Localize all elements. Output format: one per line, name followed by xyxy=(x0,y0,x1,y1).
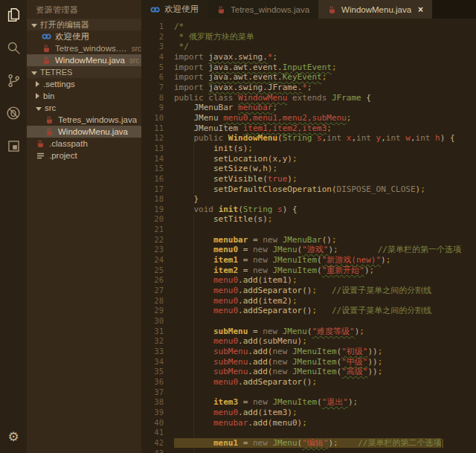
code-line-12[interactable]: 12 public WindowMenu(String s,int x,int … xyxy=(141,133,476,144)
item-label: 欢迎使用 xyxy=(55,31,89,42)
code-line-4[interactable]: 4import javax.swing.*; xyxy=(141,52,476,62)
tree-item-.classpath[interactable]: .classpath xyxy=(27,138,141,150)
code-line-41[interactable]: 41 xyxy=(141,428,476,438)
code-line-18[interactable]: 18 } xyxy=(141,194,476,205)
line-number: 15 xyxy=(141,164,164,174)
indent-guide xyxy=(193,388,194,398)
line-number: 8 xyxy=(141,93,164,103)
code-line-19[interactable]: 19 void init(String s) { xyxy=(141,205,476,215)
indent-guide xyxy=(193,428,194,438)
code-line-3[interactable]: 3 */ xyxy=(141,42,476,52)
code-line-10[interactable]: 10 JMenu menu0,menu1,menu2,subMenu; xyxy=(141,113,476,123)
close-icon[interactable]: × xyxy=(418,4,423,15)
line-content: menu0.addSeparator(); //设置子菜单之间的分割线 xyxy=(164,306,431,316)
line-number: 35 xyxy=(141,367,164,377)
debug-icon xyxy=(5,105,22,124)
line-content: setVisible(true); xyxy=(164,174,298,184)
line-number: 14 xyxy=(141,154,164,164)
line-content xyxy=(164,316,174,327)
code-line-40[interactable]: 40 menubar.add(menu0); xyxy=(141,418,476,428)
code-line-23[interactable]: 23 menu0 = new JMenu("游戏"); //菜单栏的第一个选项 xyxy=(141,245,476,255)
extensions-icon xyxy=(6,138,22,157)
line-content: menu0.addSeparator(); //设置子菜单之间的分割线 xyxy=(164,286,431,296)
open-editor-Tetres_windows.java[interactable]: Tetres_windows.javasrc xyxy=(27,42,141,54)
open-editors-header[interactable]: 打开的编辑器 xyxy=(27,19,141,30)
tab-欢迎使用[interactable]: 欢迎使用 xyxy=(141,0,208,19)
line-content: JMenu menu0,menu1,menu2,subMenu; xyxy=(164,113,351,123)
code-line-20[interactable]: 20 setTitle(s); xyxy=(141,214,476,225)
tree-item-src[interactable]: src xyxy=(27,102,141,114)
project-root-header[interactable]: TETRES xyxy=(27,66,141,78)
activity-bar-item-explorer[interactable] xyxy=(0,0,27,33)
code-line-39[interactable]: 39 menu0.add(item3); xyxy=(141,408,476,418)
line-content: menu0.add(subMenu); xyxy=(164,336,307,347)
line-number: 9 xyxy=(141,103,164,113)
tree-item-Tetres_windows.java[interactable]: Tetres_windows.java xyxy=(27,114,141,126)
activity-bar-item-debug[interactable] xyxy=(0,98,27,131)
code-line-14[interactable]: 14 setLocation(x,y); xyxy=(141,154,476,164)
code-line-32[interactable]: 32 menu0.add(subMenu); xyxy=(141,336,476,347)
vscode-file-icon xyxy=(150,5,160,14)
line-content: menu0.addSeparator(); xyxy=(164,377,317,388)
code-line-29[interactable]: 29 menu0.addSeparator(); //设置子菜单之间的分割线 xyxy=(141,306,476,316)
tab-WindowMenu.java[interactable]: WindowMenu.java× xyxy=(318,0,432,19)
indent-guide xyxy=(193,225,194,235)
code-line-7[interactable]: 7import javax.swing.JFrame.*; xyxy=(141,83,476,93)
code-line-38[interactable]: 38 item3 = new JMenuItem("退出"); xyxy=(141,397,476,408)
code-line-30[interactable]: 30 xyxy=(141,316,476,327)
code-line-9[interactable]: 9 JMenuBar menubar; xyxy=(141,103,476,113)
tab-bar: 欢迎使用Tetres_windows.javaWindowMenu.java× xyxy=(141,0,476,19)
java-file-icon xyxy=(216,5,226,14)
code-line-22[interactable]: 22 menubar = new JMenuBar(); xyxy=(141,235,476,245)
code-line-13[interactable]: 13 init(s); xyxy=(141,144,476,154)
code-line-8[interactable]: 8public class WindowMenu extends JFrame … xyxy=(141,93,476,103)
line-number: 18 xyxy=(141,194,164,205)
line-number: 36 xyxy=(141,377,164,388)
activity-bar-item-source-control[interactable] xyxy=(0,65,27,98)
tree-item-.settings[interactable]: .settings xyxy=(27,78,141,90)
tab-Tetres_windows.java[interactable]: Tetres_windows.java xyxy=(208,0,318,19)
activity-bar-item-search[interactable] xyxy=(0,33,27,65)
code-line-36[interactable]: 36 menu0.addSeparator(); xyxy=(141,377,476,388)
chevron-right-icon xyxy=(36,81,39,87)
line-content xyxy=(164,449,174,453)
code-line-17[interactable]: 17 setDefaultCloseOperation(DISPOSE_ON_C… xyxy=(141,184,476,195)
code-line-15[interactable]: 15 setSize(w,h); xyxy=(141,164,476,174)
line-content: menu0 = new JMenu("游戏"); //菜单栏的第一个选项 xyxy=(164,245,461,255)
java-file-icon xyxy=(45,115,54,124)
tree-item-WindowMenu.java[interactable]: WindowMenu.java xyxy=(27,126,141,138)
line-number: 4 xyxy=(141,52,164,62)
tree-item-.project[interactable]: .project xyxy=(27,150,141,161)
line-number: 27 xyxy=(141,286,164,296)
settings-gear-button[interactable]: ⚙ xyxy=(0,425,27,449)
code-line-31[interactable]: 31 subMenu = new JMenu("难度等级"); xyxy=(141,327,476,337)
code-line-16[interactable]: 16 setVisible(true); xyxy=(141,174,476,184)
code-line-34[interactable]: 34 subMenu.add(new JMenuItem("中级")); xyxy=(141,357,476,367)
code-line-5[interactable]: 5import java.awt.event.InputEvent; xyxy=(141,62,476,73)
indent-guide xyxy=(193,316,194,327)
code-line-26[interactable]: 26 menu0.add(item1); xyxy=(141,275,476,286)
code-line-2[interactable]: 2 * 俄罗斯方块的菜单 xyxy=(141,32,476,42)
code-line-21[interactable]: 21 xyxy=(141,225,476,235)
code-line-1[interactable]: 1/* xyxy=(141,22,476,32)
code-line-24[interactable]: 24 item1 = new JMenuItem("新游戏(new)"); xyxy=(141,255,476,266)
java-file-icon xyxy=(45,127,54,136)
code-editor[interactable]: 1/*2 * 俄罗斯方块的菜单3 */4import javax.swing.*… xyxy=(141,19,476,453)
code-line-25[interactable]: 25 item2 = new JMenuItem("重新开始"); xyxy=(141,266,476,276)
code-line-11[interactable]: 11 JMenuItem item1,item2,item3; xyxy=(141,123,476,134)
open-editor-WindowMenu.java[interactable]: WindowMenu.javasrc xyxy=(27,54,141,66)
line-content: JMenuBar menubar; xyxy=(164,103,277,113)
code-line-35[interactable]: 35 subMenu.add(new JMenuItem("高级")); xyxy=(141,367,476,377)
code-line-43[interactable]: 43 xyxy=(141,449,476,453)
code-line-27[interactable]: 27 menu0.addSeparator(); //设置子菜单之间的分割线 xyxy=(141,286,476,296)
code-line-33[interactable]: 33 subMenu.add(new JMenuItem("初级")); xyxy=(141,347,476,357)
line-number: 24 xyxy=(141,255,164,266)
code-line-28[interactable]: 28 menu0.add(item2); xyxy=(141,296,476,306)
activity-bar-item-extensions[interactable] xyxy=(0,131,27,164)
code-line-42[interactable]: 42 menu1 = new JMenu("编辑"); //菜单栏的第二个选项 xyxy=(141,438,476,449)
open-editor-欢迎使用[interactable]: 欢迎使用 xyxy=(27,30,141,42)
chevron-down-icon xyxy=(31,24,37,28)
code-line-6[interactable]: 6import java.awt.event.KeyEvent; xyxy=(141,72,476,83)
code-line-37[interactable]: 37 xyxy=(141,388,476,398)
tree-item-bin[interactable]: bin xyxy=(27,90,141,102)
